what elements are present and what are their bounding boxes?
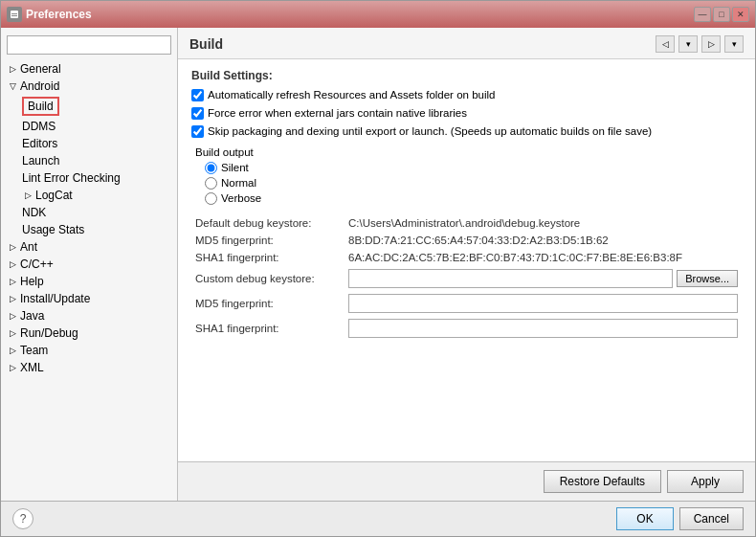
sidebar-item-ant[interactable]: ▷ Ant [1, 238, 177, 256]
nav-forward-dropdown-button[interactable]: ▾ [724, 35, 744, 53]
label-sha1-default: SHA1 fingerprint: [191, 249, 345, 266]
arrow-xml: ▷ [7, 362, 18, 373]
radio-silent-label: Silent [221, 162, 249, 173]
sidebar-item-ndk[interactable]: NDK [1, 204, 177, 221]
label-custom-keystore: Custom debug keystore: [191, 266, 345, 291]
radio-normal-row: Normal [195, 177, 742, 190]
build-output-section: Build output Silent Normal Verbose [191, 146, 742, 205]
sidebar-item-logcat[interactable]: ▷ LogCat [1, 187, 177, 204]
radio-silent[interactable] [205, 162, 217, 174]
checkbox-force-error[interactable] [191, 107, 204, 120]
arrow-logcat: ▷ [22, 190, 33, 201]
sidebar-item-cpp[interactable]: ▷ C/C++ [1, 256, 177, 273]
sidebar-item-xml[interactable]: ▷ XML [1, 359, 177, 376]
cancel-button[interactable]: Cancel [679, 507, 744, 530]
restore-defaults-button[interactable]: Restore Defaults [544, 470, 661, 493]
sidebar-item-java-label: Java [20, 309, 44, 323]
sidebar-item-help-label: Help [20, 275, 44, 288]
sidebar-item-run-debug[interactable]: ▷ Run/Debug [1, 324, 177, 342]
apply-button[interactable]: Apply [667, 470, 744, 493]
arrow-ant: ▷ [7, 241, 18, 253]
radio-verbose-row: Verbose [195, 192, 742, 205]
nav-dropdown-button[interactable]: ▾ [678, 35, 698, 53]
title-bar: Preferences — □ ✕ [1, 1, 755, 28]
sidebar-item-build[interactable]: Build [1, 95, 177, 118]
nav-back-button[interactable]: ◁ [656, 35, 675, 53]
main-panel: Build ◁ ▾ ▷ ▾ Build Settings: Automatica… [178, 28, 755, 501]
sidebar-item-ant-label: Ant [20, 240, 37, 254]
row-md5-default: MD5 fingerprint: 8B:DD:7A:21:CC:65:A4:57… [191, 232, 742, 249]
title-bar-left: Preferences [7, 7, 92, 22]
window-icon [7, 7, 22, 22]
value-default-keystore: C:\Users\Administrator\.android\debug.ke… [345, 214, 742, 232]
radio-silent-row: Silent [195, 162, 742, 174]
arrow-java: ▷ [7, 310, 18, 322]
sidebar-item-run-debug-label: Run/Debug [20, 326, 78, 340]
value-md5-default: 8B:DD:7A:21:CC:65:A4:57:04:33:D2:A2:B3:D… [345, 232, 742, 249]
sidebar-item-install-update[interactable]: ▷ Install/Update [1, 290, 177, 307]
main-header: Build ◁ ▾ ▷ ▾ [178, 28, 755, 59]
build-output-title: Build output [195, 146, 742, 158]
arrow-team: ▷ [7, 345, 18, 356]
sidebar-item-ddms-label: DDMS [22, 120, 56, 133]
radio-normal-label: Normal [221, 177, 256, 189]
section-title: Build Settings: [191, 69, 742, 82]
sidebar-item-launch[interactable]: Launch [1, 152, 177, 169]
help-icon[interactable]: ? [12, 508, 33, 529]
arrow-install: ▷ [7, 293, 18, 304]
maximize-button[interactable]: □ [713, 7, 730, 22]
input-sha1-custom[interactable] [348, 319, 738, 338]
sidebar-item-lint[interactable]: Lint Error Checking [1, 169, 177, 187]
label-sha1-custom: SHA1 fingerprint: [191, 316, 345, 341]
checkbox-force-error-label: Force error when external jars contain n… [208, 106, 467, 121]
minimize-button[interactable]: — [694, 7, 711, 22]
preferences-window: Preferences — □ ✕ ▷ General ▽ Android Bu… [0, 0, 756, 537]
row-sha1-custom: SHA1 fingerprint: [191, 316, 742, 341]
input-md5-custom[interactable] [348, 294, 738, 313]
close-button[interactable]: ✕ [732, 7, 749, 22]
footer-right: OK Cancel [616, 507, 744, 530]
sidebar-item-build-label: Build [22, 97, 59, 116]
sidebar-item-xml-label: XML [20, 361, 44, 374]
arrow-general: ▷ [7, 63, 18, 75]
checkbox-skip-packaging[interactable] [191, 125, 204, 138]
checkbox-skip-packaging-label: Skip packaging and dexing until export o… [208, 124, 652, 139]
sidebar-item-lint-label: Lint Error Checking [22, 171, 121, 185]
row-default-keystore: Default debug keystore: C:\Users\Adminis… [191, 214, 742, 232]
radio-verbose[interactable] [205, 192, 217, 205]
search-input[interactable] [7, 35, 171, 55]
sidebar-item-cpp-label: C/C++ [20, 257, 54, 271]
sidebar-item-help[interactable]: ▷ Help [1, 273, 177, 290]
sidebar-item-general[interactable]: ▷ General [1, 60, 177, 78]
sidebar-item-editors[interactable]: Editors [1, 135, 177, 152]
row-sha1-default: SHA1 fingerprint: 6A:AC:DC:2A:C5:7B:E2:B… [191, 249, 742, 266]
sidebar-item-ddms[interactable]: DDMS [1, 118, 177, 135]
sidebar-item-android[interactable]: ▽ Android [1, 78, 177, 95]
sidebar-item-java[interactable]: ▷ Java [1, 307, 177, 324]
nav-forward-button[interactable]: ▷ [701, 35, 721, 53]
checkbox-auto-refresh[interactable] [191, 89, 204, 101]
value-md5-custom [345, 291, 742, 316]
checkbox-auto-refresh-row: Automatically refresh Resources and Asse… [191, 88, 742, 102]
value-sha1-custom [345, 316, 742, 341]
sidebar-item-logcat-label: LogCat [35, 189, 73, 202]
browse-button[interactable]: Browse... [677, 270, 738, 287]
sidebar-item-install-label: Install/Update [20, 292, 90, 305]
value-sha1-default: 6A:AC:DC:2A:C5:7B:E2:BF:C0:B7:43:7D:1C:0… [345, 249, 742, 266]
sidebar-item-team[interactable]: ▷ Team [1, 342, 177, 359]
sidebar: ▷ General ▽ Android Build DDMS Editors L… [1, 28, 178, 501]
checkbox-auto-refresh-label: Automatically refresh Resources and Asse… [208, 88, 495, 102]
sidebar-item-ndk-label: NDK [22, 206, 46, 219]
label-md5-custom: MD5 fingerprint: [191, 291, 345, 316]
sidebar-item-usage-stats-label: Usage Stats [22, 223, 84, 236]
ok-button[interactable]: OK [616, 507, 673, 530]
input-custom-keystore[interactable] [348, 269, 673, 288]
label-md5-default: MD5 fingerprint: [191, 232, 345, 249]
row-md5-custom: MD5 fingerprint: [191, 291, 742, 316]
row-custom-keystore: Custom debug keystore: Browse... [191, 266, 742, 291]
radio-normal[interactable] [205, 177, 217, 190]
sidebar-item-general-label: General [20, 62, 61, 76]
checkbox-force-error-row: Force error when external jars contain n… [191, 106, 742, 121]
radio-verbose-label: Verbose [221, 192, 261, 204]
sidebar-item-usage-stats[interactable]: Usage Stats [1, 221, 177, 238]
